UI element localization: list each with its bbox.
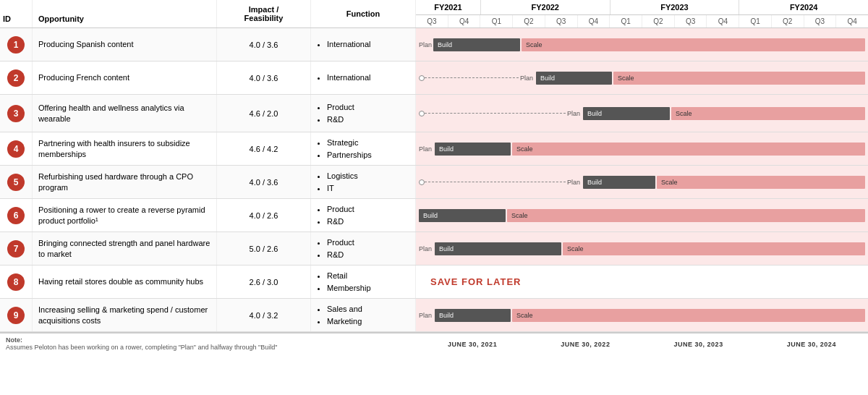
row-6-id: 6 (0, 199, 33, 232)
save-for-later-label: SAVE FOR LATER (416, 276, 521, 287)
q-fy23-q3: Q3 (675, 15, 707, 27)
row-6-timeline: Build Scale (416, 199, 868, 232)
footer-date-4: JUNE 30, 2024 (787, 341, 836, 348)
fy2024-header: FY2024 (739, 0, 868, 14)
table-row: 9 Increasing selling & marketing spend /… (0, 299, 868, 332)
header-timeline: FY2021 FY2022 FY2023 FY2024 Q3 Q4 Q1 Q2 … (416, 0, 868, 27)
q-fy24-q2: Q2 (772, 15, 804, 27)
table-row: 8 Having retail stores double as communi… (0, 266, 868, 299)
footer-note: Note: Assumes Peloton has been working o… (0, 334, 416, 354)
q-fy24-q3: Q3 (804, 15, 837, 27)
row-9-function: Sales andMarketing (311, 299, 416, 331)
row-8-timeline: SAVE FOR LATER (416, 266, 868, 298)
footer: Note: Assumes Peloton has been working o… (0, 332, 868, 354)
table-row: 7 Bringing connected strength and panel … (0, 232, 868, 266)
q-fy23-q2: Q2 (642, 15, 675, 27)
table-row: 5 Refurbishing used hardware through a C… (0, 166, 868, 199)
row-5-id: 5 (0, 166, 33, 198)
row-7-opportunity: Bringing connected strength and panel ha… (33, 232, 217, 265)
row-3-impact: 4.6 / 2.0 (217, 95, 311, 132)
row-7-id: 7 (0, 232, 33, 265)
footer-date-1: JUNE 30, 2021 (448, 341, 497, 348)
row-1-impact: 4.0 / 3.6 (217, 28, 311, 61)
fy2022-header: FY2022 (481, 0, 610, 14)
table-row: 2 Producing French content 4.0 / 3.6 Int… (0, 61, 868, 95)
q-fy22-q1: Q1 (480, 15, 513, 27)
q-fy24-q4: Q4 (836, 15, 868, 27)
dot-marker (419, 179, 425, 185)
footer-dates: JUNE 30, 2021 JUNE 30, 2022 JUNE 30, 202… (416, 334, 868, 354)
table-row: 1 Producing Spanish content 4.0 / 3.6 In… (0, 28, 868, 61)
row-3-function: ProductR&D (311, 95, 416, 132)
q-fy24-q1: Q1 (739, 15, 772, 27)
q-fy23-q1: Q1 (610, 15, 642, 27)
row-1-timeline: Plan Build Scale (416, 28, 868, 61)
row-2-id: 2 (0, 61, 33, 94)
table-row: 6 Positioning a rower to create a revers… (0, 199, 868, 232)
row-6-function: ProductR&D (311, 199, 416, 232)
row-8-id: 8 (0, 266, 33, 298)
row-2-impact: 4.0 / 3.6 (217, 61, 311, 94)
q-fy21-q4: Q4 (448, 15, 481, 27)
row-1-function: International (311, 28, 416, 61)
row-2-timeline: Plan Build Scale (416, 61, 868, 94)
q-fy21-q3: Q3 (416, 15, 448, 27)
row-1-opportunity: Producing Spanish content (33, 28, 217, 61)
row-4-timeline: Plan Build Scale (416, 132, 868, 165)
row-8-function: RetailMembership (311, 266, 416, 298)
fy2023-header: FY2023 (610, 0, 740, 14)
row-7-timeline: Plan Build Scale (416, 232, 868, 265)
q-fy23-q4: Q4 (707, 15, 739, 27)
q-fy22-q4: Q4 (578, 15, 610, 27)
row-5-function: LogisticsIT (311, 166, 416, 198)
table-row: 3 Offering health and wellness analytics… (0, 95, 868, 132)
main-container: ID Opportunity Impact / Feasibility Func… (0, 0, 868, 354)
row-4-function: StrategicPartnerships (311, 132, 416, 165)
row-9-opportunity: Increasing selling & marketing spend / c… (33, 299, 217, 331)
header-opportunity: Opportunity (33, 0, 217, 27)
row-4-id: 4 (0, 132, 33, 165)
row-9-timeline: Plan Build Scale (416, 299, 868, 331)
row-6-impact: 4.0 / 2.6 (217, 199, 311, 232)
dot-marker (419, 111, 425, 116)
row-4-impact: 4.6 / 4.2 (217, 132, 311, 165)
footer-date-2: JUNE 30, 2022 (561, 341, 610, 348)
header-function: Function (311, 0, 416, 27)
row-4-opportunity: Partnering with health insurers to subsi… (33, 132, 217, 165)
row-7-impact: 5.0 / 2.6 (217, 232, 311, 265)
header-id: ID (0, 0, 33, 27)
q-fy22-q3: Q3 (545, 15, 578, 27)
row-9-id: 9 (0, 299, 33, 331)
row-5-impact: 4.0 / 3.6 (217, 166, 311, 198)
row-5-timeline: Plan Build Scale (416, 166, 868, 198)
q-fy22-q2: Q2 (513, 15, 545, 27)
table-header: ID Opportunity Impact / Feasibility Func… (0, 0, 868, 28)
footer-date-3: JUNE 30, 2023 (674, 341, 723, 348)
row-8-opportunity: Having retail stores double as community… (33, 266, 217, 298)
row-3-timeline: Plan Build Scale (416, 95, 868, 132)
table-row: 4 Partnering with health insurers to sub… (0, 132, 868, 166)
header-impact: Impact / Feasibility (217, 0, 311, 27)
row-9-impact: 4.0 / 3.2 (217, 299, 311, 331)
row-1-id: 1 (0, 28, 33, 61)
row-5-opportunity: Refurbishing used hardware through a CPO… (33, 166, 217, 198)
row-3-opportunity: Offering health and wellness analytics v… (33, 95, 217, 132)
row-2-function: International (311, 61, 416, 94)
row-8-impact: 2.6 / 3.0 (217, 266, 311, 298)
row-2-opportunity: Producing French content (33, 61, 217, 94)
row-7-function: ProductR&D (311, 232, 416, 265)
row-3-id: 3 (0, 95, 33, 132)
row-6-opportunity: Positioning a rower to create a reverse … (33, 199, 217, 232)
fy2021-header: FY2021 (416, 0, 481, 14)
dot-marker (419, 75, 425, 81)
